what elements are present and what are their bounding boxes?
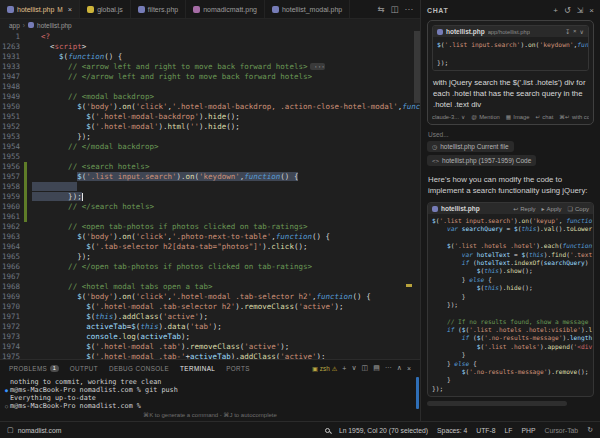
panel-tab-bar: PROBLEMS 1 OUTPUT DEBUG CONSOLE TERMINAL… [0,360,420,376]
editor-tab-bar: hotellist.php M × global.js filters.php … [0,0,420,19]
panel-tab-terminal[interactable]: TERMINAL [180,365,215,372]
open-changes-icon[interactable]: ⇆ [377,4,384,14]
close-panel-icon[interactable]: × [407,365,411,372]
chat-composer[interactable]: hotellist.php app/hotellist.php ↧ × ∨ $(… [427,20,594,125]
status-bar: ▢ nomadlist.com Ln 1959, Col 20 (70 sele… [0,421,600,438]
terminal-icon: ▣ [312,365,318,372]
copy-icon: ❏ [568,205,573,212]
user-message-text[interactable]: with jQuery search the $('.list .hotels'… [432,75,589,114]
apply-icon: ▸ [542,205,545,212]
chip-current-file[interactable]: ◷ hotellist.php Current file [427,141,514,152]
more-actions-icon[interactable]: ⋯ [405,4,414,14]
indentation-setting[interactable]: Spaces: 4 [437,427,467,434]
expand-chat-icon[interactable]: ⇲ [577,6,584,15]
code-line: 1955 [0,152,420,162]
breadcrumb-folder[interactable]: app [9,22,20,29]
workspace-name[interactable]: nomadlist.com [18,427,62,434]
terminal-scrollbar[interactable] [416,377,419,409]
code-line: $(this).hide(); [432,284,589,292]
chip-code-selection[interactable]: <> hotellist.php (1957-1959) Code [427,155,536,166]
panel-tab-ports[interactable]: PORTS [226,365,250,372]
context-code-card[interactable]: hotellist.php app/hotellist.php ↧ × ∨ $(… [432,25,589,71]
code-line: } [432,351,589,359]
php-file-icon [138,6,145,13]
model-selector[interactable]: claude-3... ∨ [432,114,465,120]
codebase-hint[interactable]: ⌘↵ with codebase ∨ [559,114,589,120]
warning-icon: ⚠ [332,365,338,372]
terminal[interactable]: nothing to commit, working tree clean●m@… [0,376,420,410]
apply-button[interactable]: ▸ Apply [542,205,562,212]
code-line: 1975 $('.hotel-modal .tab-'+activeTab).a… [0,352,420,359]
language-mode[interactable]: PHP [522,427,536,434]
code-line: 1 <? [0,32,420,42]
tab-label: hotellist.php [17,6,54,13]
tab-nomadicmatt-png[interactable]: nomadicmatt.png [186,0,265,18]
encoding-setting[interactable]: UTF-8 [476,427,495,434]
code-line: 1957 $('.list input.search').on('keydown… [0,172,420,182]
tab-hotellist-php[interactable]: hotellist.php M × [0,0,80,18]
panel-tab-problems[interactable]: PROBLEMS 1 [9,365,59,372]
shell-indicator[interactable]: ▣ zsh ⚠ [312,365,337,372]
notifications-icon[interactable]: ↻ [587,426,593,434]
close-chat-icon[interactable]: × [589,6,594,15]
new-chat-icon[interactable]: + [553,6,558,15]
breadcrumb[interactable]: app › hotellist.php [0,19,420,31]
code-line: 1968 // <hotel modal tabs open a tab> [0,282,420,292]
new-terminal-icon[interactable]: + [342,365,346,372]
code-line: 1971 $(this).addClass('active'); [0,312,420,322]
code-line: 1960 // </search hotels> [0,202,420,212]
remote-window-icon[interactable]: ▢ [7,426,14,434]
copy-button[interactable]: ❏ Copy [568,205,589,212]
maximize-panel-icon[interactable]: ∧ [397,364,402,372]
code-line: $('.list .hotels').append('<div [432,343,589,351]
composer-controls: claude-3... ∨ @ Mention ▦ Image ↵ chat [432,114,589,120]
chat-panel: CHAT + ↺ ⇲ × hotellist.php app/hotellist… [420,0,600,421]
code-editor[interactable]: 1 <?1263 <script>1931 $(function() {1933… [0,31,420,359]
breadcrumb-separator: › [23,22,25,29]
tab-filters-php[interactable]: filters.php [131,0,186,18]
vscode-window: hotellist.php M × global.js filters.php … [0,0,600,438]
code-line [432,309,589,317]
editor-scrollbar[interactable] [414,31,420,103]
code-block-actions: ↩ Reply ▸ Apply ❏ Copy [513,205,589,212]
eol-setting[interactable]: LF [505,427,513,434]
image-button[interactable]: ▦ Image [506,114,530,120]
cursor-tab-toggle[interactable]: Cursor-Tab [545,427,579,434]
code-icon: <> [432,158,439,164]
context-file-name: hotellist.php [446,28,485,35]
code-line: 1948 [0,82,420,92]
tab-hotellist-modal-php[interactable]: hotellist_modal.php [265,0,350,18]
panel-tab-debug-console[interactable]: DEBUG CONSOLE [109,365,169,372]
reply-button[interactable]: ↩ Reply [513,205,535,212]
chat-header: CHAT + ↺ ⇲ × [427,0,594,20]
php-file-icon [437,29,443,35]
more-actions-icon[interactable]: ⋯ [385,364,392,372]
chat-title: CHAT [427,7,448,14]
remove-context-icon[interactable]: × [573,28,577,35]
js-file-icon [87,6,94,13]
mention-button[interactable]: @ Mention [471,114,500,120]
kill-terminal-icon[interactable]: ▤ [373,364,380,372]
tab-global-js[interactable]: global.js [80,0,131,18]
panel-tab-output[interactable]: OUTPUT [70,365,98,372]
collapse-icon[interactable]: ∨ [580,28,584,35]
pin-icon[interactable]: ↧ [565,28,570,35]
problems-count-badge: 1 [50,365,58,372]
chat-history-icon[interactable]: ↺ [564,6,571,15]
editor-actions: ⇆ ◫ ⋯ [370,0,420,18]
code-lines: 1 <?1263 <script>1931 $(function() {1933… [0,32,420,359]
context-card-code: $('.list input.search').on('keydown',fun… [433,37,588,70]
search-icon[interactable] [325,428,330,433]
close-tab-icon[interactable]: × [68,5,72,14]
terminal-line: ●m@ms-MacBook-Pro nomadlist.com % git pu… [3,386,420,394]
code-line: $('.no-results-message').remove(); [432,368,589,376]
split-terminal-icon[interactable]: ◫ [362,364,369,372]
breadcrumb-file[interactable]: hotellist.php [37,22,72,29]
send-chat-hint[interactable]: ↵ chat [535,114,553,120]
terminal-dropdown-icon[interactable]: ∨ [351,364,356,372]
cursor-position[interactable]: Ln 1959, Col 20 (70 selected) [339,427,428,434]
code-line: 1964 $('.tab-selector h2[data-tab="photo… [0,242,420,252]
code-line: 1958 [0,182,420,192]
code-line: $('.list input.search').on('keyup', func… [432,217,589,225]
split-editor-icon[interactable]: ◫ [390,4,398,14]
